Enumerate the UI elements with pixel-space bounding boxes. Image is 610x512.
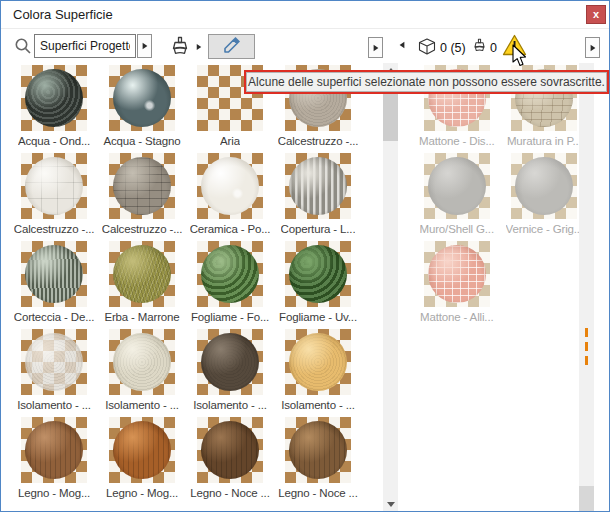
material-thumbnail — [21, 417, 87, 483]
material-sphere-icon — [289, 421, 347, 479]
material-swatch[interactable]: Isolamento - ... — [274, 329, 362, 417]
material-thumbnail — [21, 153, 87, 219]
material-sphere-icon — [515, 157, 573, 215]
warning-tooltip: Alcune delle superfici selezionate non p… — [244, 70, 609, 94]
material-swatch[interactable]: Calcestruzzo -... — [10, 153, 98, 241]
filter-dropdown-button[interactable] — [137, 34, 152, 58]
selection-surfaces-grid: Mattone - Dis...Muratura in P...Muro/She… — [413, 65, 588, 329]
material-label: Erba - Marrone — [104, 311, 179, 323]
close-button[interactable]: x — [586, 5, 606, 24]
chevron-right-icon — [373, 44, 378, 50]
material-swatch[interactable]: Legno - Mog... — [98, 417, 186, 505]
material-thumbnail — [21, 329, 87, 395]
material-swatch[interactable]: Mattone - Alli... — [413, 241, 501, 329]
material-thumbnail — [21, 241, 87, 307]
material-sphere-icon — [25, 333, 83, 391]
material-swatch[interactable]: Acqua - Ond... — [10, 65, 98, 153]
material-sphere-icon — [201, 245, 259, 303]
search-icon[interactable] — [14, 37, 32, 59]
cube-icon — [418, 38, 436, 59]
material-thumbnail — [109, 417, 175, 483]
left-panel-expand-button[interactable] — [368, 37, 383, 58]
titlebar[interactable]: Colora Superficie x — [1, 1, 609, 29]
collapse-panel-icon[interactable] — [400, 42, 405, 48]
material-sphere-icon — [201, 421, 259, 479]
material-label: Fogliame - Fo... — [191, 311, 269, 323]
material-label: Muratura in P... — [507, 135, 582, 147]
eyedropper-button[interactable] — [208, 34, 255, 59]
warning-tooltip-text: Alcune delle superfici selezionate non p… — [248, 75, 605, 89]
material-label: Corteccia - De... — [14, 311, 95, 323]
material-sphere-icon — [113, 333, 171, 391]
material-sphere-icon — [113, 69, 171, 127]
material-swatch[interactable]: Fogliame - Uv... — [274, 241, 362, 329]
material-label: Calcestruzzo -... — [278, 135, 359, 147]
eyedropper-icon — [222, 35, 242, 59]
material-sphere-icon — [289, 333, 347, 391]
material-swatch[interactable]: Corteccia - De... — [10, 241, 98, 329]
material-label: Calcestruzzo -... — [102, 223, 183, 235]
material-label: Legno - Mog... — [18, 487, 90, 499]
material-sphere-icon — [25, 157, 83, 215]
material-sphere-icon — [113, 421, 171, 479]
material-swatch[interactable]: Legno - Noce ... — [274, 417, 362, 505]
panel-resize-grip[interactable] — [585, 328, 588, 368]
material-swatch[interactable]: Acqua - Stagno — [98, 65, 186, 153]
material-thumbnail — [109, 153, 175, 219]
material-label: Muro/Shell G... — [420, 223, 494, 235]
material-thumbnail — [285, 417, 351, 483]
paintbrush-icon[interactable] — [168, 35, 192, 63]
paint-surface-dialog: Colora Superficie x — [0, 0, 610, 512]
right-panel-expand-button[interactable] — [585, 37, 600, 58]
material-thumbnail — [197, 417, 263, 483]
material-label: Aria — [220, 135, 240, 147]
material-swatch[interactable]: Copertura - L... — [274, 153, 362, 241]
material-label: Legno - Mog... — [106, 487, 178, 499]
material-swatch[interactable]: Calcestruzzo -... — [98, 153, 186, 241]
material-thumbnail — [109, 329, 175, 395]
material-sphere-icon — [113, 157, 171, 215]
material-sphere-icon — [25, 245, 83, 303]
material-label: Legno - Noce ... — [278, 487, 357, 499]
material-swatch[interactable]: Ceramica - Po... — [186, 153, 274, 241]
material-thumbnail — [21, 65, 87, 131]
material-label: Mattone - Dis... — [419, 135, 495, 147]
material-swatch[interactable]: Fogliame - Fo... — [186, 241, 274, 329]
paintbucket-icon — [471, 37, 488, 59]
material-label: Isolamento - ... — [17, 399, 91, 411]
material-swatch[interactable]: Isolamento - ... — [186, 329, 274, 417]
scroll-down-button[interactable] — [383, 497, 398, 511]
material-sphere-icon — [428, 245, 486, 303]
material-thumbnail — [285, 329, 351, 395]
chevron-right-icon — [142, 43, 147, 49]
material-swatch[interactable]: Vernice - Grig... — [501, 153, 589, 241]
material-swatch[interactable]: Legno - Mog... — [10, 417, 98, 505]
surface-filter-input[interactable] — [34, 34, 136, 58]
material-label: Fogliame - Uv... — [279, 311, 357, 323]
project-surfaces-grid: Acqua - Ond...Acqua - StagnoAriaCalcestr… — [10, 65, 362, 505]
material-swatch[interactable]: Muro/Shell G... — [413, 153, 501, 241]
material-sphere-icon — [428, 157, 486, 215]
material-swatch[interactable]: Legno - Noce ... — [186, 417, 274, 505]
material-thumbnail — [197, 153, 263, 219]
resize-corner[interactable] — [579, 486, 594, 511]
selected-elements-count: 0 (5) — [440, 41, 466, 55]
material-label: Acqua - Stagno — [103, 135, 180, 147]
right-panel-scroll-area[interactable] — [579, 63, 594, 511]
material-label: Ceramica - Po... — [190, 223, 271, 235]
material-thumbnail — [511, 153, 577, 219]
material-label: Isolamento - ... — [193, 399, 267, 411]
material-swatch[interactable]: Isolamento - ... — [10, 329, 98, 417]
mouse-cursor-icon — [512, 44, 529, 72]
triangle-down-icon — [387, 502, 395, 507]
material-swatch[interactable]: Erba - Marrone — [98, 241, 186, 329]
material-label: Acqua - Ond... — [18, 135, 90, 147]
chevron-right-icon — [590, 44, 595, 50]
material-thumbnail — [424, 153, 490, 219]
material-swatch[interactable]: Isolamento - ... — [98, 329, 186, 417]
brush-dropdown-icon[interactable] — [197, 44, 202, 50]
left-panel-scrollbar[interactable] — [383, 63, 398, 511]
scrollbar-thumb[interactable] — [383, 86, 398, 141]
material-sphere-icon — [113, 245, 171, 303]
material-thumbnail — [197, 241, 263, 307]
